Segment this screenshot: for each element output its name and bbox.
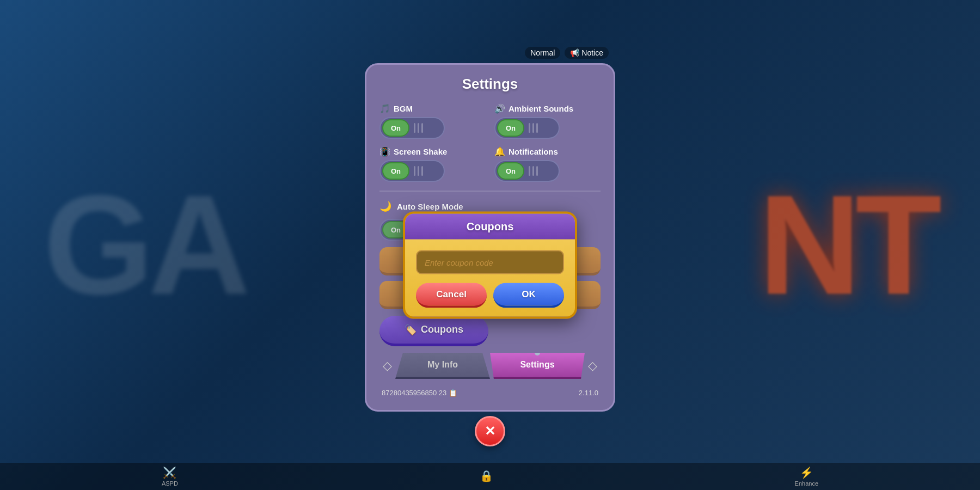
- modal-header: Coupons: [405, 214, 575, 240]
- top-bar: Normal 📢 Notice: [365, 44, 615, 62]
- coupon-modal: Coupons Cancel OK: [403, 212, 577, 319]
- my-info-tab[interactable]: My Info: [395, 353, 490, 379]
- toggle-line-a2: [532, 123, 534, 133]
- enhance-icon: ⚡: [800, 466, 813, 479]
- coupons-label: Coupons: [421, 324, 463, 335]
- settings-grid: 🎵 BGM On 🔊 Ambient Sounds: [379, 103, 601, 182]
- auto-sleep-label: Auto Sleep Mode: [397, 202, 463, 211]
- mode-label: Normal: [530, 48, 555, 57]
- bgm-toggle[interactable]: On: [379, 117, 445, 139]
- ambient-sounds-toggle[interactable]: On: [494, 117, 560, 139]
- bgm-label: 🎵 BGM: [379, 103, 413, 114]
- modal-body: Cancel OK: [405, 240, 575, 317]
- bg-text-left: GA: [44, 164, 245, 327]
- auto-sleep-icon: 🌙: [379, 200, 391, 212]
- aspd-label: ASPD: [162, 480, 178, 487]
- bgm-toggle-lines: [414, 123, 423, 133]
- screen-shake-label-text: Screen Shake: [394, 147, 447, 156]
- notice-button[interactable]: 📢 Notice: [565, 47, 609, 59]
- coupons-icon: 🏷️: [405, 324, 416, 336]
- notice-icon: 📢: [570, 48, 579, 57]
- notif-toggle-lines: [529, 166, 538, 176]
- enhance-label: Enhance: [795, 480, 818, 487]
- toggle-line-s2: [418, 166, 419, 176]
- ambient-sounds-toggle-on: On: [497, 119, 524, 137]
- bottom-icon-lock[interactable]: 🔒: [480, 469, 493, 483]
- screen-shake-icon: 📳: [379, 146, 390, 157]
- bottom-icon-enhance[interactable]: ⚡ Enhance: [795, 466, 818, 487]
- toggle-line-a1: [529, 123, 530, 133]
- bgm-setting: 🎵 BGM On: [379, 103, 486, 139]
- cancel-button[interactable]: Cancel: [416, 283, 487, 308]
- nav-left-arrow[interactable]: ◇: [379, 359, 395, 373]
- ambient-sounds-label-text: Ambient Sounds: [509, 104, 573, 113]
- notifications-toggle[interactable]: On: [494, 160, 560, 182]
- modal-title: Coupons: [416, 220, 564, 233]
- user-id-row: 87280435956850 23 📋: [382, 389, 457, 397]
- ambient-sounds-label: 🔊 Ambient Sounds: [494, 103, 573, 114]
- notifications-setting: 🔔 Notifications On: [494, 146, 601, 182]
- bgm-toggle-on: On: [382, 119, 409, 137]
- close-button[interactable]: ✕: [475, 416, 505, 446]
- toggle-line-2: [418, 123, 419, 133]
- toggle-line-n2: [532, 166, 534, 176]
- modal-buttons: Cancel OK: [416, 283, 564, 308]
- notifications-toggle-on: On: [497, 162, 524, 180]
- separator-1: [379, 191, 601, 192]
- mode-indicator: Normal: [525, 47, 560, 59]
- toggle-line-n3: [536, 166, 538, 176]
- notifications-label-text: Notifications: [509, 147, 558, 156]
- auto-sleep-row: 🌙 Auto Sleep Mode: [379, 200, 601, 212]
- settings-tab[interactable]: Settings: [490, 353, 585, 379]
- bgm-label-text: BGM: [394, 104, 413, 113]
- coupons-button[interactable]: 🏷️ Coupons: [379, 316, 488, 346]
- bottom-icon-aspd[interactable]: ⚔️ ASPD: [162, 466, 178, 487]
- screen-shake-setting: 📳 Screen Shake On: [379, 146, 486, 182]
- ok-button[interactable]: OK: [493, 283, 564, 308]
- bgm-icon: 🎵: [379, 103, 390, 114]
- toggle-line-s3: [421, 166, 423, 176]
- screen-shake-label: 📳 Screen Shake: [379, 146, 447, 157]
- toggle-line-s1: [414, 166, 415, 176]
- screen-shake-toggle-on: On: [382, 162, 409, 180]
- ambient-sounds-setting: 🔊 Ambient Sounds On: [494, 103, 601, 139]
- coupon-code-input[interactable]: [416, 250, 564, 274]
- toggle-line-3: [421, 123, 423, 133]
- bg-text-right: NT: [758, 164, 936, 327]
- nav-right-arrow[interactable]: ◇: [585, 359, 601, 373]
- coupons-row: 🏷️ Coupons: [379, 316, 601, 346]
- toggle-line-a3: [536, 123, 538, 133]
- lock-icon: 🔒: [480, 469, 493, 482]
- shake-toggle-lines: [414, 166, 423, 176]
- my-info-label: My Info: [427, 360, 458, 370]
- nav-dot: [535, 350, 540, 356]
- settings-tab-label: Settings: [520, 360, 554, 370]
- close-icon: ✕: [485, 424, 495, 439]
- notifications-icon: 🔔: [494, 146, 505, 157]
- bottom-icons-bar: ⚔️ ASPD 🔒 ⚡ Enhance: [0, 463, 980, 490]
- ambient-toggle-lines: [529, 123, 538, 133]
- user-id-text: 87280435956850 23: [382, 389, 446, 397]
- toggle-line-1: [414, 123, 415, 133]
- settings-title: Settings: [462, 76, 518, 93]
- ambient-sounds-icon: 🔊: [494, 103, 505, 114]
- bottom-nav: ◇ My Info Settings ◇: [379, 353, 601, 379]
- notifications-label: 🔔 Notifications: [494, 146, 558, 157]
- aspd-icon: ⚔️: [163, 466, 176, 479]
- notice-label: Notice: [581, 48, 603, 57]
- version-text: 2.11.0: [579, 389, 598, 397]
- toggle-line-n1: [529, 166, 530, 176]
- screen-shake-toggle[interactable]: On: [379, 160, 445, 182]
- copy-icon[interactable]: 📋: [449, 389, 457, 397]
- bottom-info-bar: 87280435956850 23 📋 2.11.0: [379, 385, 601, 397]
